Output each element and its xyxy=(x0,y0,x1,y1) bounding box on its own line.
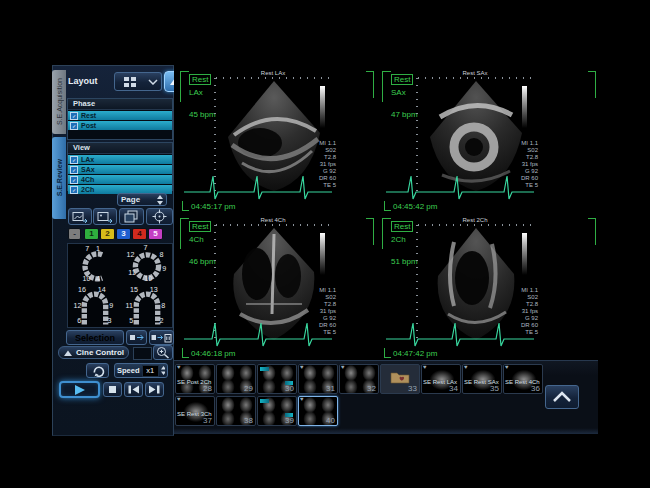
thumbnail-39[interactable]: 39 xyxy=(257,396,297,426)
wall-score-button-3[interactable]: 3 xyxy=(116,228,131,240)
checkbox-checked-icon[interactable]: ✓ xyxy=(70,156,78,164)
thumbnail-33[interactable]: 33 xyxy=(380,364,420,394)
segment-number: 3 xyxy=(107,317,111,325)
thumbnail-28[interactable]: ♥SE Post 2Ch28 xyxy=(175,364,215,394)
segment-diagrams: 71104 789101112 161412963 151311852 xyxy=(67,243,173,328)
thumbnail-30[interactable]: 30 xyxy=(257,364,297,394)
cine-loop-button[interactable] xyxy=(86,363,109,378)
heart-icon: ♥ xyxy=(341,364,345,370)
heart-rate-label: 47 bpm xyxy=(391,110,418,119)
quadrant-rest-sax[interactable]: Rest SAx 47 bpm Rest SAx MI 1.1S02T2.831… xyxy=(380,66,598,212)
grid-2x2-icon xyxy=(123,76,137,88)
wall-score-button-2[interactable]: 2 xyxy=(100,228,115,240)
chevron-down-icon xyxy=(148,79,158,85)
segment-number: 13 xyxy=(150,287,158,294)
speed-control[interactable]: Speed x1 xyxy=(114,363,168,378)
step-back-button[interactable] xyxy=(124,382,143,397)
pan-zoom-button[interactable] xyxy=(153,345,173,360)
cine-control-header[interactable]: Cine Control xyxy=(58,346,129,359)
timestamp: 04:45:17 pm xyxy=(182,201,235,211)
timestamp-text: 04:45:17 pm xyxy=(191,202,235,211)
view-option-lax[interactable]: ✓LAx xyxy=(68,155,172,164)
quadrant-annotations: Rest 2Ch 51 bpm xyxy=(391,221,418,266)
thumbnail-32[interactable]: ♥32 xyxy=(339,364,379,394)
thumbnail-34[interactable]: ♥SE Rest LAx34 xyxy=(421,364,461,394)
thumbnail-29[interactable]: 29 xyxy=(216,364,256,394)
checkbox-checked-icon[interactable]: ✓ xyxy=(70,166,78,174)
layout-dropdown-button[interactable] xyxy=(144,72,162,91)
thumbnail-35[interactable]: ♥SE Rest SAx35 xyxy=(462,364,502,394)
segment-number: 10 xyxy=(144,275,152,283)
selection-button[interactable]: Selection xyxy=(66,330,124,345)
quadrant-corner-marker xyxy=(366,71,374,98)
checkbox-checked-icon[interactable]: ✓ xyxy=(70,122,78,130)
view-header: View xyxy=(68,143,172,154)
layers-button[interactable] xyxy=(119,208,144,225)
image-setting: MI 1.1 xyxy=(302,287,336,294)
checkbox-checked-icon[interactable]: ✓ xyxy=(70,186,78,194)
thumbnail-number: 33 xyxy=(408,384,417,393)
image-setting: S02 xyxy=(504,147,538,154)
stop-button[interactable] xyxy=(103,382,122,397)
view-option-label: SAx xyxy=(81,166,95,173)
grayscale-bar xyxy=(320,233,325,275)
control-panel: S.E.Acquisition S.E.Review Layout Phase … xyxy=(52,65,174,436)
ecg-trace xyxy=(182,166,334,204)
wall-score-buttons: -12345 xyxy=(68,228,164,240)
thumbnail-40[interactable]: ♥40 xyxy=(298,396,338,426)
ecg-trace xyxy=(384,313,536,351)
quadrant-rest-4ch[interactable]: Rest 4Ch 46 bpm Rest 4Ch MI 1.1S02T2.831… xyxy=(178,213,376,359)
export-image-button[interactable] xyxy=(68,208,92,225)
thumbnail-number: 29 xyxy=(244,384,253,393)
checkbox-checked-icon[interactable]: ✓ xyxy=(70,176,78,184)
timestamp-marker xyxy=(182,201,189,211)
segment-number: 8 xyxy=(159,251,163,259)
wall-score-button-5[interactable]: 5 xyxy=(148,228,163,240)
phase-option-rest[interactable]: ✓Rest xyxy=(68,111,172,120)
heart-icon: ♥ xyxy=(300,396,304,402)
thumbnail-38[interactable]: 38 xyxy=(216,396,256,426)
quadrant-rest-lax[interactable]: Rest LAx 45 bpm Rest LAx MI 1.1S02T2.831… xyxy=(178,66,376,212)
layout-label: Layout xyxy=(68,76,98,86)
export-clip-button[interactable] xyxy=(93,208,117,225)
thumbnail-31[interactable]: ♥31 xyxy=(298,364,338,394)
spinner-icon xyxy=(161,366,165,375)
tab-se-review-label: S.E.Review xyxy=(56,159,63,196)
thumbnail-row: ♥SE Post 2Ch282930♥31♥3233♥SE Rest LAx34… xyxy=(175,364,544,394)
step-forward-button[interactable] xyxy=(145,382,164,397)
play-button[interactable] xyxy=(59,381,100,398)
view-option-sax[interactable]: ✓SAx xyxy=(68,165,172,174)
wall-score-button--[interactable]: - xyxy=(68,228,81,240)
wall-score-button-4[interactable]: 4 xyxy=(132,228,147,240)
thumbnail-37[interactable]: ♥SE Rest 3Ch37 xyxy=(175,396,215,426)
view-option-4ch[interactable]: ✓4Ch xyxy=(68,175,172,184)
timestamp-marker xyxy=(182,348,189,358)
phase-panel: Phase ✓Rest✓Post xyxy=(67,98,173,140)
thumbnail-36[interactable]: ♥SE Rest 4Ch36 xyxy=(503,364,543,394)
timestamp: 04:46:18 pm xyxy=(182,348,235,358)
segment-number: 11 xyxy=(128,269,135,277)
page-button[interactable]: Page xyxy=(117,193,167,206)
image-setting: T2.8 xyxy=(302,301,336,308)
layout-grid-button[interactable] xyxy=(114,72,145,91)
assign-selection-button[interactable] xyxy=(126,330,147,345)
timestamp: 04:47:42 pm xyxy=(384,348,437,358)
phase-option-post[interactable]: ✓Post xyxy=(68,121,172,130)
crosshair-button[interactable] xyxy=(146,208,173,225)
tab-se-review[interactable]: S.E.Review xyxy=(52,137,66,219)
cine-control-label: Cine Control xyxy=(76,348,124,357)
phase-option-label: Rest xyxy=(81,112,96,119)
discard-selection-button[interactable] xyxy=(149,330,174,345)
segment-number: 1 xyxy=(96,245,100,253)
view-label: SAx xyxy=(391,88,406,97)
strip-collapse-button[interactable] xyxy=(545,385,579,409)
quadrant-rest-2ch[interactable]: Rest 2Ch 51 bpm Rest 2Ch MI 1.1S02T2.831… xyxy=(380,213,598,359)
ecg-trace xyxy=(182,313,334,351)
wall-score-button-1[interactable]: 1 xyxy=(84,228,99,240)
image-title: Rest 2Ch xyxy=(420,217,530,223)
tab-se-acquisition[interactable]: S.E.Acquisition xyxy=(52,70,66,134)
quadrant-corner-marker xyxy=(588,218,596,245)
checkbox-checked-icon[interactable]: ✓ xyxy=(70,112,78,120)
image-setting: MI 1.1 xyxy=(504,140,538,147)
heart-icon: ♥ xyxy=(423,364,427,370)
